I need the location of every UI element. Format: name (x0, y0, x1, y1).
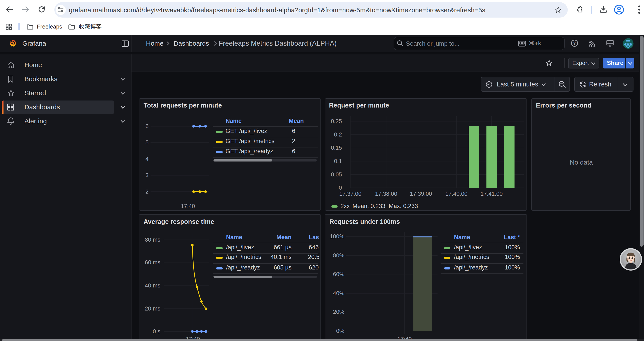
svg-text:20%: 20% (333, 308, 344, 315)
svg-text:0.2: 0.2 (334, 131, 342, 138)
svg-text:6: 6 (145, 123, 148, 129)
svg-text:17:39:00: 17:39:00 (410, 190, 432, 197)
svg-text:0.25: 0.25 (330, 118, 342, 124)
svg-text:0%: 0% (336, 327, 344, 334)
svg-text:0.15: 0.15 (330, 144, 342, 151)
svg-text:100%: 100% (330, 233, 344, 240)
svg-text:4: 4 (145, 155, 148, 162)
svg-text:0 s: 0 s (152, 328, 160, 335)
svg-text:17:38:00: 17:38:00 (375, 190, 397, 197)
svg-text:20 ms: 20 ms (145, 305, 160, 312)
svg-text:?: ? (574, 41, 576, 46)
svg-text:40%: 40% (333, 290, 344, 296)
svg-text:3: 3 (145, 172, 148, 178)
svg-text:2: 2 (145, 188, 148, 195)
svg-text:17:41:00: 17:41:00 (480, 190, 502, 197)
svg-text:0.1: 0.1 (334, 158, 342, 164)
svg-text:17:37:00: 17:37:00 (339, 190, 361, 197)
svg-text:5: 5 (145, 139, 148, 146)
svg-text:60 ms: 60 ms (145, 259, 160, 265)
svg-text:17:40: 17:40 (180, 203, 195, 209)
svg-text:80 ms: 80 ms (145, 236, 160, 243)
svg-text:0.05: 0.05 (330, 171, 342, 178)
svg-text:80%: 80% (333, 252, 344, 259)
svg-text:40 ms: 40 ms (145, 282, 160, 289)
svg-text:17:40:00: 17:40:00 (445, 190, 467, 197)
svg-text:60%: 60% (333, 271, 344, 277)
svg-text:0: 0 (339, 184, 342, 191)
